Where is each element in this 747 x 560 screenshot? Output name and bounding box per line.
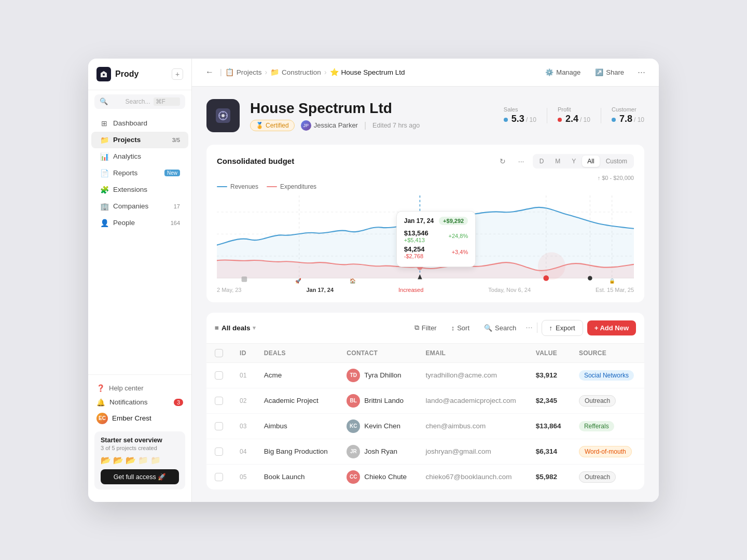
project-meta: 🏅 Certified JP Jessica Parker | Edited 7… [250, 120, 493, 131]
search-input[interactable]: 🔍 Search... ⌘F [94, 94, 185, 109]
breadcrumb-construction[interactable]: 📁 Construction [270, 68, 321, 76]
get-full-access-button[interactable]: Get full access 🚀 [101, 469, 179, 484]
breadcrumb-projects[interactable]: 📋 Projects [225, 68, 262, 76]
time-tab-m[interactable]: M [550, 156, 565, 167]
row-checkbox-1[interactable] [215, 397, 223, 405]
nav-people[interactable]: 👤 People 164 [91, 215, 188, 231]
notifications-item[interactable]: 🔔 Notifications 3 [94, 395, 185, 410]
table-row[interactable]: 04 Big Bang Production JR Josh Ryan josh… [206, 439, 644, 464]
chart-section: Consolidated budget ↻ ··· D M Y All Cust… [206, 145, 644, 302]
more-options-button[interactable]: ··· [634, 65, 648, 80]
folder-2: 📂 [113, 455, 123, 465]
sidebar-add-button[interactable]: + [172, 68, 183, 80]
sort-button[interactable]: ↕ Sort [446, 321, 475, 335]
time-tab-custom[interactable]: Custom [601, 156, 632, 167]
cell-contact: BL Brittni Lando [338, 388, 417, 413]
search-shortcut: ⌘F [154, 97, 180, 106]
cell-deal: Aimbus [256, 413, 339, 439]
project-logo [206, 99, 240, 132]
breadcrumb-construction-icon: 📁 [270, 68, 279, 76]
col-value: Value [528, 344, 571, 363]
contact-avatar: JR [347, 445, 360, 458]
export-button[interactable]: ↑ Export [542, 320, 583, 336]
table-row[interactable]: 01 Acme TD Tyra Dhillon tyradhillon@acme… [206, 362, 644, 388]
row-checkbox-3[interactable] [215, 447, 223, 456]
sidebar-logo: Prody + [88, 67, 191, 90]
sales-dot [504, 118, 508, 122]
export-icon: ↑ [549, 324, 553, 332]
help-center-item[interactable]: ❓ Help center [94, 381, 185, 395]
extensions-icon: 🧩 [100, 185, 109, 194]
content-area: House Spectrum Ltd 🏅 Certified JP Jessic… [192, 87, 659, 502]
app-logo-icon [96, 67, 111, 81]
cell-email: joshryan@gmail.com [417, 439, 527, 464]
table-row[interactable]: 02 Academic Project BL Brittni Lando lan… [206, 388, 644, 413]
source-badge: Outreach [579, 395, 616, 407]
table-row[interactable]: 03 Aimbus KC Kevin Chen chen@aimbus.com … [206, 413, 644, 439]
nav-dashboard[interactable]: ⊞ Dashboard [91, 115, 188, 132]
tooltip-expenditure-sub: -$2,768 [404, 253, 425, 259]
search-table-button[interactable]: 🔍 Search [479, 321, 521, 335]
cell-contact: JR Josh Ryan [338, 439, 417, 464]
breadcrumb-sep-3: › [324, 68, 327, 76]
back-button[interactable]: ← [202, 66, 217, 78]
profit-dot [558, 118, 562, 122]
sidebar: Prody + 🔍 Search... ⌘F ⊞ Dashboard 📁 Pro… [88, 59, 192, 502]
filter-button[interactable]: ⧉ Filter [409, 320, 442, 335]
nav-analytics[interactable]: 📊 Analytics [91, 148, 188, 165]
nav-extensions[interactable]: 🧩 Extensions [91, 181, 188, 198]
row-checkbox-2[interactable] [215, 422, 223, 430]
time-tab-all[interactable]: All [582, 156, 599, 167]
starter-box: Starter set overview 3 of 5 projects cre… [94, 431, 185, 489]
col-email: Email [417, 344, 527, 363]
sidebar-bottom: ❓ Help center 🔔 Notifications 3 EC Ember… [88, 374, 191, 494]
select-all-checkbox[interactable] [215, 349, 223, 357]
folder-3: 📂 [126, 455, 136, 465]
cell-id: 01 [231, 362, 256, 388]
nav-companies[interactable]: 🏢 Companies 17 [91, 198, 188, 215]
table-header-row: ID Deals Contact Email Value Source [206, 344, 644, 363]
nav-reports[interactable]: 📄 Reports New [91, 165, 188, 181]
col-id: ID [231, 344, 256, 363]
table-actions: ⧉ Filter ↕ Sort 🔍 Search ··· [409, 320, 636, 336]
manage-button[interactable]: ⚙️ Manage [541, 66, 585, 79]
companies-icon: 🏢 [100, 202, 109, 211]
time-tabs: D M Y All Custom [533, 154, 634, 169]
chevron-down-icon: ▾ [253, 325, 256, 331]
chart-marker-active: Jan 17, 24 [306, 287, 334, 293]
time-tab-d[interactable]: D [534, 156, 549, 167]
add-new-button[interactable]: + Add New [587, 320, 636, 335]
svg-point-0 [103, 74, 105, 76]
breadcrumb-current[interactable]: ⭐ House Spectrum Ltd [330, 68, 405, 76]
nav-projects[interactable]: 📁 Projects 3/5 [91, 132, 188, 148]
help-icon: ❓ [96, 384, 105, 392]
svg-rect-16 [242, 276, 247, 282]
chart-bottom: 2 May, 23 Jan 17, 24 Increased Today, No… [217, 287, 634, 293]
user-item[interactable]: EC Ember Crest [94, 410, 185, 427]
cell-value: $5,982 [528, 464, 571, 489]
folder-4: 📁 [138, 455, 148, 465]
tooltip-date: Jan 17, 24 [404, 217, 434, 225]
table-toolbar: ≡ All deals ▾ ⧉ Filter ↕ Sort [206, 313, 644, 344]
svg-point-20 [543, 275, 549, 281]
time-tab-y[interactable]: Y [566, 156, 581, 167]
source-badge: Outreach [579, 471, 616, 483]
cell-value: $6,314 [528, 439, 571, 464]
cell-deal: Acme [256, 362, 339, 388]
chart-refresh-button[interactable]: ↻ [495, 154, 510, 169]
folder-5: 📁 [150, 455, 161, 465]
col-deals: Deals [256, 344, 339, 363]
author-avatar: JP [301, 120, 311, 131]
svg-point-3 [222, 114, 225, 117]
chart-more-button[interactable]: ··· [514, 154, 529, 169]
all-deals-button[interactable]: ≡ All deals ▾ [215, 324, 256, 332]
source-badge: Refferals [579, 421, 614, 431]
svg-point-21 [588, 276, 592, 281]
row-checkbox-4[interactable] [215, 473, 223, 481]
share-button[interactable]: ↗️ Share [591, 66, 628, 79]
table-more-button[interactable]: ··· [525, 323, 532, 332]
row-checkbox-0[interactable] [215, 371, 223, 380]
customer-dot [612, 118, 616, 122]
contact-avatar: TD [347, 369, 360, 382]
table-row[interactable]: 05 Book Launch CC Chieko Chute chieko67@… [206, 464, 644, 489]
